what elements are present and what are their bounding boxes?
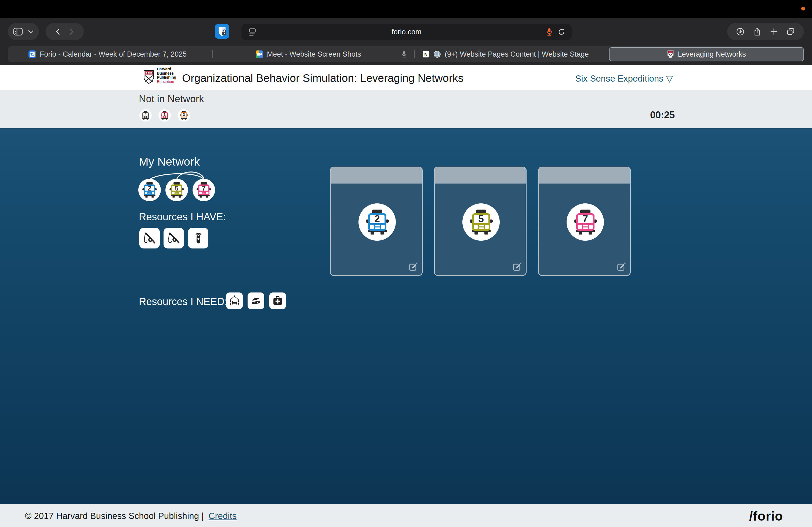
resource-tile-fishing-rod[interactable] (139, 228, 160, 249)
edit-icon[interactable] (512, 261, 522, 272)
downloads-icon[interactable] (736, 28, 744, 36)
pocket-knife-icon (250, 295, 262, 306)
hbp-logo-text: Harvard Business Publishing Education (157, 67, 176, 84)
bus-number: 7 (567, 214, 604, 224)
not-in-network-heading: Not in Network (139, 93, 204, 105)
member-card-2: 2 (330, 167, 423, 276)
team-menu-dropdown[interactable]: Six Sense Expeditions ▽ (575, 73, 673, 84)
menu-bar (0, 0, 812, 18)
bus-number: 5 (165, 185, 188, 192)
resource-tile-tent[interactable] (226, 292, 243, 309)
bus-number: 2 (359, 214, 396, 224)
member-card-header (539, 167, 630, 183)
tab-audio-mic-icon[interactable] (402, 51, 407, 58)
resource-tile-pocket-knife[interactable] (248, 292, 264, 309)
tab-leveraging-networks-active[interactable]: Leveraging Networks (609, 47, 804, 61)
tab-meet[interactable]: Meet - Website Screen Shots (256, 46, 361, 62)
share-icon[interactable] (753, 27, 761, 36)
sidebar-toggle-icon[interactable] (13, 28, 23, 36)
window-actions (727, 23, 804, 40)
back-icon[interactable] (56, 28, 60, 35)
tab-notion[interactable]: N (9+) Website Pages Content | Website S… (422, 46, 589, 62)
site-header: Harvard Business Publishing Education Or… (0, 65, 812, 90)
bus-number: 3 (178, 113, 190, 117)
countdown-timer: 00:25 (650, 109, 675, 121)
member-card-header (435, 167, 526, 183)
bus-number: 2 (138, 185, 161, 192)
brand-line: Business (157, 71, 176, 76)
team-menu-label: Six Sense Expeditions (575, 74, 663, 84)
tab-label: Forio - Calendar - Week of December 7, 2… (40, 50, 187, 59)
member-card-7: 7 (538, 167, 631, 276)
bus-avatar-card-5: 5 (462, 204, 500, 241)
caret-down-icon: ▽ (666, 73, 673, 84)
bus-avatar-not-in-network-1: 4 (139, 109, 152, 122)
password-manager-extension-icon[interactable] (215, 24, 229, 39)
forio-logo: /forio (749, 509, 783, 524)
fishing-rod-icon (143, 231, 156, 245)
resources-have-heading: Resources I HAVE: (139, 211, 226, 223)
copyright-text: © 2017 Harvard Business School Publishin… (25, 511, 236, 521)
bus-avatar-network-7: 7 (192, 179, 215, 201)
recording-indicator-dot (801, 7, 805, 11)
harvard-shield-favicon (667, 50, 674, 59)
notion-icon: N (422, 50, 430, 58)
svg-text:N: N (424, 52, 428, 57)
copyright-label: © 2017 Harvard Business School Publishin… (25, 511, 204, 521)
google-calendar-icon: 31 (28, 50, 36, 58)
address-bar[interactable]: forio.com (242, 24, 572, 40)
tab-label: (9+) Website Pages Content | Website Sta… (445, 50, 589, 59)
credits-link[interactable]: Credits (209, 511, 237, 521)
brand-line: Harvard (157, 67, 176, 71)
bus-avatar-not-in-network-3: 3 (178, 109, 190, 122)
bus-avatar-card-7: 7 (567, 204, 604, 241)
simulation-main: My Network 2 5 7 Resources I HAVE: (0, 128, 812, 504)
resource-tile-first-aid-kit[interactable] (269, 292, 286, 309)
tab-label: Leveraging Networks (678, 50, 746, 59)
bus-avatar-network-5: 5 (165, 179, 188, 201)
screen: forio.com 31 Forio - Calendar - Week of … (0, 0, 812, 527)
forward-icon[interactable] (70, 28, 74, 35)
member-card-header (331, 167, 422, 183)
not-in-network-band: Not in Network 00:25 4 1 3 (0, 90, 812, 128)
new-tab-icon[interactable] (770, 28, 778, 35)
chevron-down-icon[interactable] (28, 30, 33, 33)
bus-avatar-network-2: 2 (138, 179, 161, 201)
bus-number: 1 (158, 113, 171, 117)
sidebar-controls (8, 23, 39, 40)
svg-text:31: 31 (30, 52, 34, 56)
hbp-logo-shield (143, 70, 154, 84)
resource-tile-satellite-phone[interactable] (188, 228, 208, 249)
bus-avatar-card-2: 2 (359, 204, 396, 241)
bus-number: 4 (139, 113, 152, 117)
url-text[interactable]: forio.com (242, 28, 572, 36)
reload-icon[interactable] (558, 28, 565, 36)
globe-icon (433, 50, 441, 58)
bus-avatar-not-in-network-2: 1 (158, 109, 171, 122)
satellite-phone-icon (191, 231, 205, 245)
tab-calendar[interactable]: 31 Forio - Calendar - Week of December 7… (28, 46, 187, 62)
tab-separator (212, 50, 213, 58)
google-meet-icon (256, 50, 263, 58)
dictation-mic-icon[interactable] (546, 28, 553, 36)
nav-controls (46, 23, 84, 40)
tab-bar: 31 Forio - Calendar - Week of December 7… (8, 46, 804, 62)
edit-icon[interactable] (408, 261, 418, 272)
member-card-5: 5 (434, 167, 526, 276)
bus-number: 7 (192, 185, 215, 192)
browser-chrome: forio.com 31 Forio - Calendar - Week of … (0, 18, 812, 65)
edit-icon[interactable] (617, 261, 626, 272)
page-title: Organizational Behavior Simulation: Leve… (182, 72, 463, 85)
brand-line: Publishing (157, 75, 176, 80)
resource-tile-fishing-rod[interactable] (163, 228, 184, 249)
brand-education: Education (157, 80, 176, 84)
page-footer: © 2017 Harvard Business School Publishin… (0, 504, 812, 527)
tab-overview-icon[interactable] (787, 28, 795, 36)
tent-shelter-icon (229, 295, 240, 306)
resources-need-heading: Resources I NEED: (139, 296, 227, 307)
first-aid-kit-icon (272, 295, 283, 306)
bus-number: 5 (462, 214, 500, 224)
fishing-rod-icon (167, 231, 180, 245)
tab-label: Meet - Website Screen Shots (267, 50, 361, 59)
tab-separator (414, 50, 415, 58)
